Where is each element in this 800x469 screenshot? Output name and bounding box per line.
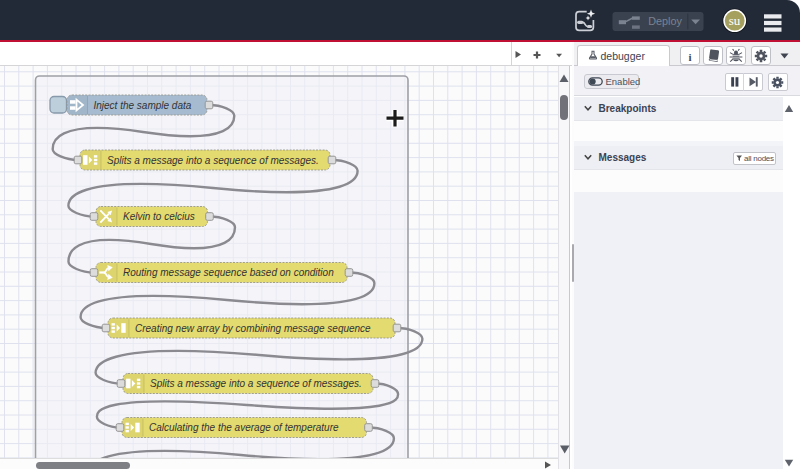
svg-text:su: su [729,13,741,28]
svg-text:Calculating the the average of: Calculating the the average of temperatu… [149,422,339,433]
svg-text:Routing message sequence based: Routing message sequence based on condit… [123,267,334,278]
svg-text:Kelvin to celcius: Kelvin to celcius [123,211,195,222]
svg-text:Splits a message into a sequen: Splits a message into a sequence of mess… [107,155,319,166]
svg-text:Splits a message into a sequen: Splits a message into a sequence of mess… [150,378,362,389]
svg-text:Inject the sample data: Inject the sample data [94,100,192,111]
svg-text:Creating new array by combinin: Creating new array by combining message … [135,323,371,334]
svg-text:Deploy: Deploy [648,15,682,27]
